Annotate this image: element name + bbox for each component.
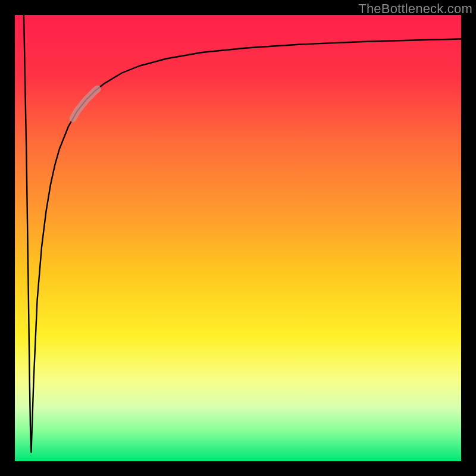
chart-plot-area: [15, 15, 461, 461]
bottleneck-chart: TheBottleneck.com: [0, 0, 476, 476]
attribution-text: TheBottleneck.com: [358, 1, 472, 17]
chart-svg: [0, 0, 476, 476]
